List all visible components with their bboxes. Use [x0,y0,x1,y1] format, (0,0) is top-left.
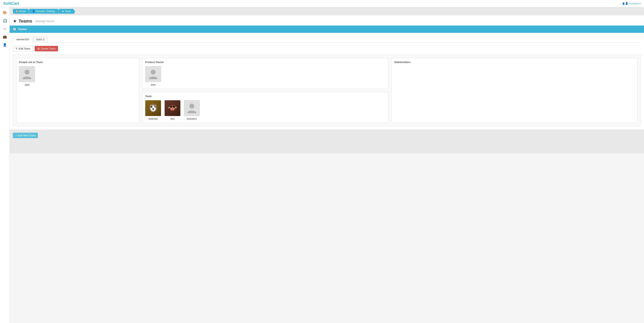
trash-icon: 🗑 [37,47,40,50]
member-card-jack[interactable]: Jack [19,66,35,86]
team-title: Team [145,95,386,98]
team-members: newUser [145,100,386,120]
product-owner-title: Product Owner [145,61,386,64]
svg-point-20 [173,108,173,109]
member-avatar-newuser [145,100,161,116]
member-card-newuser[interactable]: newUser [145,100,161,120]
breadcrumb-team-label: Team [65,10,71,13]
sidebar-item-palette[interactable]: 🎨 [1,9,9,16]
team-section: Team [142,92,388,123]
account-settings-icon: 👤 [32,10,35,13]
breadcrumb-home[interactable]: 🏠 Home [13,9,28,14]
product-owner-section: Product Owner John [142,58,388,89]
member-avatar-testuser2 [184,100,200,116]
account-menu[interactable]: 👤 Account ▾ [622,2,641,5]
sidebar-item-refresh[interactable]: 🔄 [1,17,9,24]
svg-point-1 [151,70,156,74]
account-dropdown-arrow: ▾ [639,2,641,5]
member-avatar-test [164,100,180,116]
teams-panel: 🔄 Teams [10,25,644,33]
people-not-in-team-members: Jack [19,66,136,86]
member-name-jack: Jack [24,83,30,86]
member-name-newuser: newUser [148,117,158,120]
edit-team-button[interactable]: ✎ Edit Team [13,46,33,51]
stakeholders-section: Stakeholders [392,58,637,123]
add-new-team-label: + Add New Team [16,134,35,137]
content-area: werewr333 team 2 ✎ Edit Team 🗑 Delete Te… [10,33,644,129]
tab-werewr333[interactable]: werewr333 [13,36,33,43]
breadcrumb-home-label: Home [19,10,26,13]
breadcrumb-account[interactable]: 👤 Account / Settings [29,9,58,14]
action-buttons: ✎ Edit Team 🗑 Delete Team [13,46,641,51]
tabs-bar: werewr333 team 2 [13,36,641,43]
teams-grid: People not in Team Jack [13,54,641,126]
member-name-testuser2: testuser2 [187,117,197,120]
breadcrumb-wrapper: 🏠 Home 👤 Account / Settings ★ Team [13,9,73,14]
svg-point-19 [172,108,172,109]
delete-team-label: Delete Team [41,47,56,50]
edit-icon: ✎ [16,47,18,50]
svg-point-24 [168,107,170,108]
svg-point-17 [171,106,172,107]
testuser2-silhouette-icon [186,102,198,114]
page-header: ★ Teams Manage teams [10,15,644,25]
top-navbar: SoftCart 👤 Account ▾ [0,0,644,7]
people-not-in-team-title: People not in Team [19,61,136,64]
sidebar-item-person[interactable]: 👤 [1,41,9,48]
svg-point-0 [24,70,30,74]
jack-silhouette-icon [21,68,33,80]
member-avatar-jack [19,66,35,82]
delete-team-button[interactable]: 🗑 Delete Team [35,46,58,51]
right-column: Product Owner John [142,58,388,123]
teams-refresh-icon: 🔄 [13,27,16,31]
app-title[interactable]: SoftCart [3,1,19,6]
breadcrumb-account-label: Account / Settings [36,10,56,13]
page-subtitle: Manage teams [36,19,54,23]
member-card-testuser2[interactable]: testuser2 [184,100,200,120]
breadcrumb-team[interactable]: ★ Team [59,9,73,14]
layout: 🎨 🔄 ⇄ 💼 👤 🏠 Home 👤 Account / Settings ★ … [0,7,644,323]
svg-point-7 [154,106,155,107]
svg-point-27 [190,104,194,108]
member-card-john[interactable]: John [145,66,161,86]
svg-point-8 [152,108,154,110]
member-avatar-john [145,66,161,82]
star-icon-breadcrumb: ★ [62,10,64,13]
sidebar-item-briefcase[interactable]: 💼 [1,33,9,40]
member-name-john: John [150,83,156,86]
add-new-team-button[interactable]: + Add New Team [13,133,38,138]
husky-icon [147,102,159,114]
edit-team-label: Edit Team [19,47,30,50]
john-silhouette-icon [147,68,159,80]
product-owner-members: John [145,66,386,86]
footer-area [10,141,644,153]
breadcrumb: 🏠 Home 👤 Account / Settings ★ Team [10,7,644,15]
monkey-icon [166,102,178,114]
stakeholders-title: Stakeholders [394,61,635,64]
sidebar-item-transfer[interactable]: ⇄ [1,25,9,32]
account-label: Account [629,2,638,5]
page-title: Teams [18,18,32,24]
tab-team2[interactable]: team 2 [33,36,48,43]
member-name-test: test [170,117,174,120]
people-not-in-team-section: People not in Team Jack [16,58,139,123]
page-title-star-icon: ★ [13,18,17,24]
svg-point-26 [175,107,177,108]
main-content: 🏠 Home 👤 Account / Settings ★ Team ★ Tea… [10,7,644,323]
member-card-test[interactable]: test [164,100,180,120]
account-person-icon: 👤 [622,2,628,5]
add-team-bar: + Add New Team [10,129,644,141]
teams-panel-label: Teams [18,27,26,31]
svg-point-6 [152,106,152,107]
svg-point-18 [174,106,174,107]
home-icon: 🏠 [15,10,18,13]
sidebar: 🎨 🔄 ⇄ 💼 👤 [0,7,10,323]
